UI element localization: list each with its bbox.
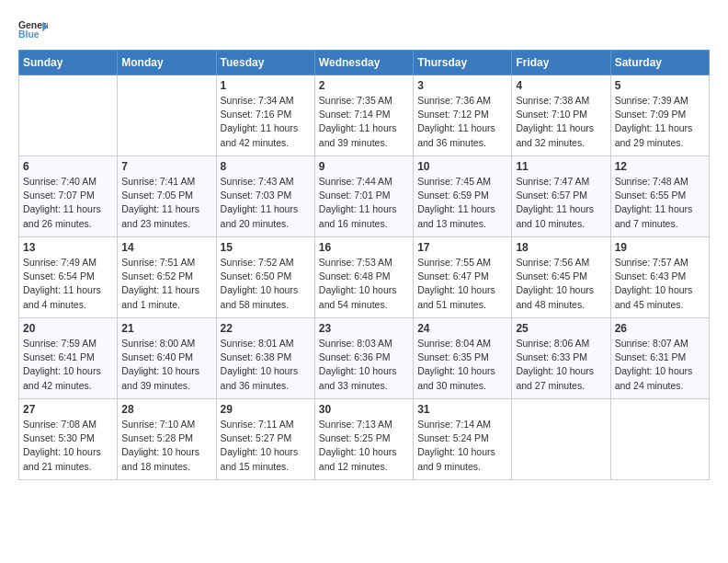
logo: GeneralBlue: [18, 18, 48, 40]
day-number: 4: [516, 79, 606, 92]
calendar-week-1: 1Sunrise: 7:34 AM Sunset: 7:16 PM Daylig…: [19, 75, 710, 156]
calendar-cell: [118, 75, 216, 156]
day-number: 14: [121, 241, 211, 254]
day-info: Sunrise: 7:59 AM Sunset: 6:41 PM Dayligh…: [23, 337, 113, 393]
calendar-cell: 21Sunrise: 8:00 AM Sunset: 6:40 PM Dayli…: [118, 318, 216, 399]
day-info: Sunrise: 7:13 AM Sunset: 5:25 PM Dayligh…: [319, 418, 409, 474]
day-number: 9: [319, 160, 409, 173]
day-number: 1: [221, 79, 311, 92]
day-header-monday: Monday: [118, 51, 216, 75]
day-header-saturday: Saturday: [610, 51, 709, 75]
day-number: 3: [417, 79, 507, 92]
day-info: Sunrise: 7:35 AM Sunset: 7:14 PM Dayligh…: [319, 94, 409, 150]
day-info: Sunrise: 7:48 AM Sunset: 6:55 PM Dayligh…: [615, 175, 705, 231]
day-number: 16: [319, 241, 409, 254]
calendar-cell: 12Sunrise: 7:48 AM Sunset: 6:55 PM Dayli…: [610, 156, 709, 237]
page-header: GeneralBlue: [18, 18, 710, 40]
day-number: 24: [417, 322, 507, 335]
day-number: 2: [319, 79, 409, 92]
calendar-cell: 3Sunrise: 7:36 AM Sunset: 7:12 PM Daylig…: [414, 75, 512, 156]
calendar-cell: 27Sunrise: 7:08 AM Sunset: 5:30 PM Dayli…: [19, 399, 118, 480]
day-number: 29: [221, 403, 311, 416]
calendar-cell: 18Sunrise: 7:56 AM Sunset: 6:45 PM Dayli…: [512, 237, 610, 318]
day-info: Sunrise: 7:36 AM Sunset: 7:12 PM Dayligh…: [417, 94, 507, 150]
day-number: 18: [516, 241, 606, 254]
day-info: Sunrise: 7:44 AM Sunset: 7:01 PM Dayligh…: [319, 175, 409, 231]
day-number: 30: [319, 403, 409, 416]
day-number: 25: [516, 322, 606, 335]
day-number: 6: [23, 160, 113, 173]
day-info: Sunrise: 7:49 AM Sunset: 6:54 PM Dayligh…: [23, 256, 113, 312]
day-info: Sunrise: 7:53 AM Sunset: 6:48 PM Dayligh…: [319, 256, 409, 312]
calendar-cell: 28Sunrise: 7:10 AM Sunset: 5:28 PM Dayli…: [118, 399, 216, 480]
calendar-cell: 23Sunrise: 8:03 AM Sunset: 6:36 PM Dayli…: [314, 318, 413, 399]
day-info: Sunrise: 7:08 AM Sunset: 5:30 PM Dayligh…: [23, 418, 113, 474]
day-info: Sunrise: 7:14 AM Sunset: 5:24 PM Dayligh…: [417, 418, 507, 474]
day-info: Sunrise: 8:04 AM Sunset: 6:35 PM Dayligh…: [417, 337, 507, 393]
calendar-cell: 11Sunrise: 7:47 AM Sunset: 6:57 PM Dayli…: [512, 156, 610, 237]
day-number: 10: [417, 160, 507, 173]
calendar-cell: 31Sunrise: 7:14 AM Sunset: 5:24 PM Dayli…: [414, 399, 512, 480]
day-number: 15: [221, 241, 311, 254]
calendar-cell: [610, 399, 709, 480]
calendar-cell: 2Sunrise: 7:35 AM Sunset: 7:14 PM Daylig…: [314, 75, 413, 156]
day-info: Sunrise: 8:00 AM Sunset: 6:40 PM Dayligh…: [121, 337, 211, 393]
calendar-week-5: 27Sunrise: 7:08 AM Sunset: 5:30 PM Dayli…: [19, 399, 710, 480]
calendar-cell: 13Sunrise: 7:49 AM Sunset: 6:54 PM Dayli…: [19, 237, 118, 318]
day-info: Sunrise: 7:39 AM Sunset: 7:09 PM Dayligh…: [615, 94, 705, 150]
calendar-cell: 4Sunrise: 7:38 AM Sunset: 7:10 PM Daylig…: [512, 75, 610, 156]
day-info: Sunrise: 7:45 AM Sunset: 6:59 PM Dayligh…: [417, 175, 507, 231]
day-info: Sunrise: 7:40 AM Sunset: 7:07 PM Dayligh…: [23, 175, 113, 231]
calendar-cell: 17Sunrise: 7:55 AM Sunset: 6:47 PM Dayli…: [414, 237, 512, 318]
day-info: Sunrise: 7:43 AM Sunset: 7:03 PM Dayligh…: [221, 175, 311, 231]
day-header-sunday: Sunday: [19, 51, 118, 75]
day-info: Sunrise: 7:47 AM Sunset: 6:57 PM Dayligh…: [516, 175, 606, 231]
calendar-cell: 20Sunrise: 7:59 AM Sunset: 6:41 PM Dayli…: [19, 318, 118, 399]
day-info: Sunrise: 7:41 AM Sunset: 7:05 PM Dayligh…: [121, 175, 211, 231]
calendar-cell: 8Sunrise: 7:43 AM Sunset: 7:03 PM Daylig…: [216, 156, 314, 237]
day-header-friday: Friday: [512, 51, 610, 75]
calendar-cell: 5Sunrise: 7:39 AM Sunset: 7:09 PM Daylig…: [610, 75, 709, 156]
day-info: Sunrise: 8:07 AM Sunset: 6:31 PM Dayligh…: [615, 337, 705, 393]
day-number: 7: [121, 160, 211, 173]
calendar-cell: 16Sunrise: 7:53 AM Sunset: 6:48 PM Dayli…: [314, 237, 413, 318]
day-header-wednesday: Wednesday: [314, 51, 413, 75]
calendar-header-row: SundayMondayTuesdayWednesdayThursdayFrid…: [19, 51, 710, 75]
day-number: 17: [417, 241, 507, 254]
day-number: 5: [615, 79, 705, 92]
day-info: Sunrise: 7:52 AM Sunset: 6:50 PM Dayligh…: [221, 256, 311, 312]
calendar-cell: [19, 75, 118, 156]
calendar-cell: 29Sunrise: 7:11 AM Sunset: 5:27 PM Dayli…: [216, 399, 314, 480]
day-info: Sunrise: 7:51 AM Sunset: 6:52 PM Dayligh…: [121, 256, 211, 312]
calendar-cell: [512, 399, 610, 480]
day-number: 28: [121, 403, 211, 416]
day-info: Sunrise: 7:11 AM Sunset: 5:27 PM Dayligh…: [221, 418, 311, 474]
calendar-cell: 1Sunrise: 7:34 AM Sunset: 7:16 PM Daylig…: [216, 75, 314, 156]
day-number: 19: [615, 241, 705, 254]
day-info: Sunrise: 7:56 AM Sunset: 6:45 PM Dayligh…: [516, 256, 606, 312]
day-number: 21: [121, 322, 211, 335]
day-number: 20: [23, 322, 113, 335]
day-info: Sunrise: 7:38 AM Sunset: 7:10 PM Dayligh…: [516, 94, 606, 150]
day-number: 27: [23, 403, 113, 416]
calendar-cell: 24Sunrise: 8:04 AM Sunset: 6:35 PM Dayli…: [414, 318, 512, 399]
calendar-week-3: 13Sunrise: 7:49 AM Sunset: 6:54 PM Dayli…: [19, 237, 710, 318]
day-header-thursday: Thursday: [414, 51, 512, 75]
day-info: Sunrise: 8:06 AM Sunset: 6:33 PM Dayligh…: [516, 337, 606, 393]
calendar-week-2: 6Sunrise: 7:40 AM Sunset: 7:07 PM Daylig…: [19, 156, 710, 237]
day-number: 8: [221, 160, 311, 173]
calendar-cell: 14Sunrise: 7:51 AM Sunset: 6:52 PM Dayli…: [118, 237, 216, 318]
svg-text:Blue: Blue: [18, 29, 40, 40]
calendar-table: SundayMondayTuesdayWednesdayThursdayFrid…: [18, 50, 710, 480]
calendar-week-4: 20Sunrise: 7:59 AM Sunset: 6:41 PM Dayli…: [19, 318, 710, 399]
day-number: 11: [516, 160, 606, 173]
calendar-cell: 7Sunrise: 7:41 AM Sunset: 7:05 PM Daylig…: [118, 156, 216, 237]
day-info: Sunrise: 7:34 AM Sunset: 7:16 PM Dayligh…: [221, 94, 311, 150]
day-number: 23: [319, 322, 409, 335]
day-number: 13: [23, 241, 113, 254]
calendar-cell: 10Sunrise: 7:45 AM Sunset: 6:59 PM Dayli…: [414, 156, 512, 237]
day-info: Sunrise: 7:10 AM Sunset: 5:28 PM Dayligh…: [121, 418, 211, 474]
day-header-tuesday: Tuesday: [216, 51, 314, 75]
day-info: Sunrise: 7:57 AM Sunset: 6:43 PM Dayligh…: [615, 256, 705, 312]
calendar-cell: 25Sunrise: 8:06 AM Sunset: 6:33 PM Dayli…: [512, 318, 610, 399]
